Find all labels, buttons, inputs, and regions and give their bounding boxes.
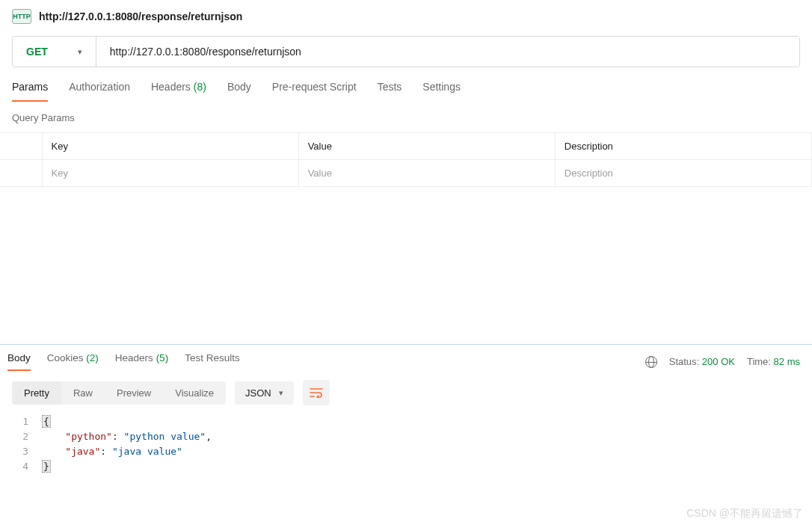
close-brace: } bbox=[42, 460, 51, 473]
col-value: Value bbox=[298, 133, 555, 160]
wrap-lines-button[interactable] bbox=[303, 380, 330, 405]
request-title: http://127.0.0.1:8080/response/returnjso… bbox=[39, 10, 242, 22]
view-pretty-button[interactable]: Pretty bbox=[12, 381, 61, 405]
table-row bbox=[0, 160, 812, 187]
rtab-headers-count: (5) bbox=[156, 352, 169, 363]
query-params-table: Key Value Description bbox=[0, 132, 812, 187]
rtab-test-results[interactable]: Test Results bbox=[185, 352, 240, 371]
view-mode-group: Pretty Raw Preview Visualize bbox=[12, 381, 226, 405]
description-input[interactable] bbox=[565, 168, 802, 179]
col-description: Description bbox=[555, 133, 811, 160]
json-value: "python value" bbox=[124, 431, 206, 442]
tab-prerequest[interactable]: Pre-request Script bbox=[272, 81, 357, 102]
tab-params[interactable]: Params bbox=[12, 81, 48, 102]
rtab-body[interactable]: Body bbox=[7, 352, 31, 371]
json-key: "java" bbox=[65, 446, 100, 457]
key-input[interactable] bbox=[52, 168, 289, 179]
request-bar: GET ▾ bbox=[12, 36, 800, 67]
method-select[interactable]: GET ▾ bbox=[13, 37, 96, 67]
view-visualize-button[interactable]: Visualize bbox=[163, 381, 226, 405]
json-key: "python" bbox=[65, 431, 112, 442]
view-preview-button[interactable]: Preview bbox=[105, 381, 163, 405]
format-select[interactable]: JSON ▾ bbox=[235, 381, 294, 405]
view-raw-button[interactable]: Raw bbox=[61, 381, 105, 405]
method-label: GET bbox=[26, 46, 48, 58]
tab-settings[interactable]: Settings bbox=[422, 81, 461, 102]
time-value: 82 ms bbox=[774, 356, 800, 367]
http-icon: HTTP bbox=[12, 9, 31, 24]
tab-headers-count: (8) bbox=[194, 81, 206, 93]
response-tabs: Body Cookies (2) Headers (5) Test Result… bbox=[7, 352, 240, 371]
value-input[interactable] bbox=[308, 168, 546, 179]
query-params-title: Query Params bbox=[0, 102, 812, 129]
url-input[interactable] bbox=[96, 37, 799, 67]
row-handle[interactable] bbox=[0, 160, 42, 187]
tab-headers-label: Headers bbox=[151, 81, 191, 93]
chevron-down-icon: ▾ bbox=[78, 47, 82, 57]
rtab-headers[interactable]: Headers (5) bbox=[115, 352, 168, 371]
tab-body[interactable]: Body bbox=[227, 81, 251, 102]
tab-headers[interactable]: Headers (8) bbox=[151, 81, 206, 102]
line-number: 4 bbox=[12, 459, 42, 474]
request-tabs: Params Authorization Headers (8) Body Pr… bbox=[0, 67, 812, 102]
tab-tests[interactable]: Tests bbox=[378, 81, 402, 102]
status-value: 200 OK bbox=[702, 356, 735, 367]
open-brace: { bbox=[42, 415, 51, 428]
format-label: JSON bbox=[245, 387, 271, 399]
rtab-cookies-count: (2) bbox=[86, 352, 99, 363]
rtab-cookies[interactable]: Cookies (2) bbox=[47, 352, 99, 371]
line-number: 1 bbox=[12, 414, 42, 429]
status-badge: Status: 200 OK bbox=[669, 356, 735, 367]
rtab-headers-label: Headers bbox=[115, 352, 153, 363]
table-corner bbox=[0, 133, 42, 160]
wrap-icon bbox=[310, 387, 323, 398]
json-value: "java value" bbox=[112, 446, 182, 457]
time-badge: Time: 82 ms bbox=[747, 356, 800, 367]
tab-authorization[interactable]: Authorization bbox=[69, 81, 130, 102]
rtab-cookies-label: Cookies bbox=[47, 352, 84, 363]
response-body-code[interactable]: 1 { 2 "python": "python value", 3 "java"… bbox=[0, 414, 812, 489]
line-number: 3 bbox=[12, 444, 42, 459]
chevron-down-icon: ▾ bbox=[279, 388, 283, 398]
line-number: 2 bbox=[12, 429, 42, 444]
response-meta: Status: 200 OK Time: 82 ms bbox=[645, 356, 800, 368]
globe-icon[interactable] bbox=[645, 356, 657, 368]
col-key: Key bbox=[42, 133, 298, 160]
